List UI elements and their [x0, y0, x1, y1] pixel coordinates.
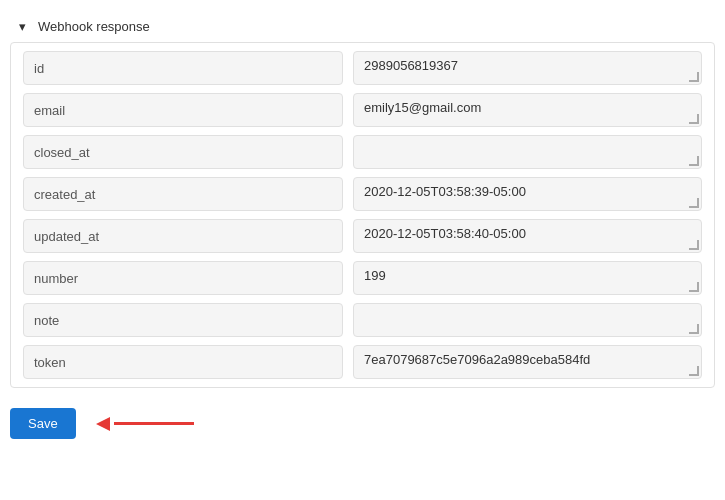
field-label: closed_at [23, 135, 343, 169]
field-label: created_at [23, 177, 343, 211]
save-button[interactable]: Save [10, 408, 76, 439]
field-label: number [23, 261, 343, 295]
field-value[interactable]: emily15@gmail.com [353, 93, 702, 127]
table-row: closed_at [23, 135, 702, 169]
arrow-head-icon [96, 417, 110, 431]
table-row: note [23, 303, 702, 337]
arrow-indicator [96, 417, 194, 431]
table-row: id2989056819367 [23, 51, 702, 85]
bottom-bar: Save [10, 404, 715, 443]
table-row: token7ea7079687c5e7096a2a989ceba584fd [23, 345, 702, 379]
section-title: Webhook response [38, 19, 150, 34]
section-header[interactable]: ▾ Webhook response [10, 10, 715, 42]
field-value[interactable]: 7ea7079687c5e7096a2a989ceba584fd [353, 345, 702, 379]
table-row: number199 [23, 261, 702, 295]
field-label: token [23, 345, 343, 379]
field-value[interactable]: 199 [353, 261, 702, 295]
field-label: id [23, 51, 343, 85]
field-label: updated_at [23, 219, 343, 253]
field-label: email [23, 93, 343, 127]
chevron-icon: ▾ [14, 18, 30, 34]
field-value[interactable] [353, 303, 702, 337]
field-value[interactable] [353, 135, 702, 169]
fields-container: id2989056819367emailemily15@gmail.comclo… [10, 42, 715, 388]
table-row: emailemily15@gmail.com [23, 93, 702, 127]
field-value[interactable]: 2020-12-05T03:58:39-05:00 [353, 177, 702, 211]
field-label: note [23, 303, 343, 337]
table-row: created_at2020-12-05T03:58:39-05:00 [23, 177, 702, 211]
field-value[interactable]: 2020-12-05T03:58:40-05:00 [353, 219, 702, 253]
field-value[interactable]: 2989056819367 [353, 51, 702, 85]
arrow-shaft [114, 422, 194, 425]
table-row: updated_at2020-12-05T03:58:40-05:00 [23, 219, 702, 253]
